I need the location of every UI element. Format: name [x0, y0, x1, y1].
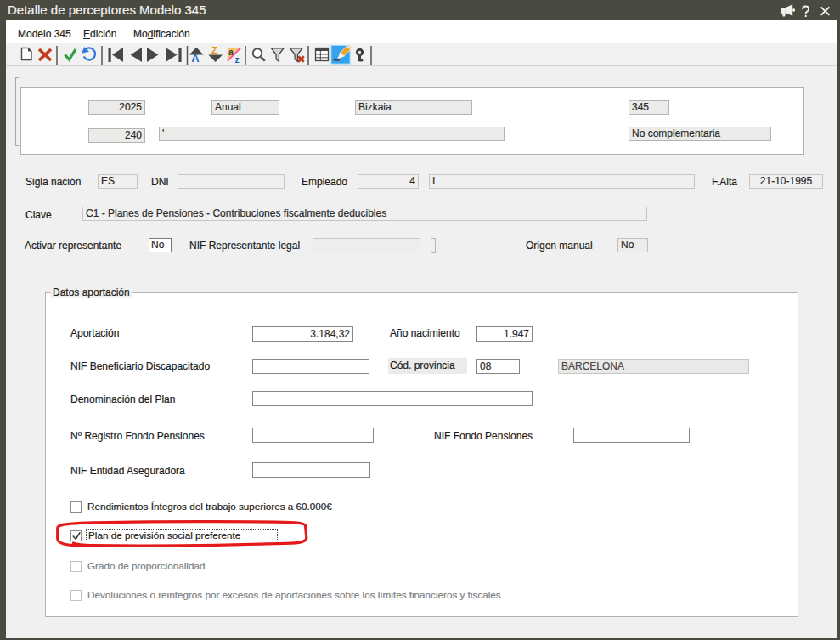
svg-text:Z: Z: [211, 45, 217, 55]
svg-text:z: z: [235, 54, 240, 65]
svg-text:A: A: [191, 52, 200, 65]
svg-text:a: a: [228, 47, 234, 57]
